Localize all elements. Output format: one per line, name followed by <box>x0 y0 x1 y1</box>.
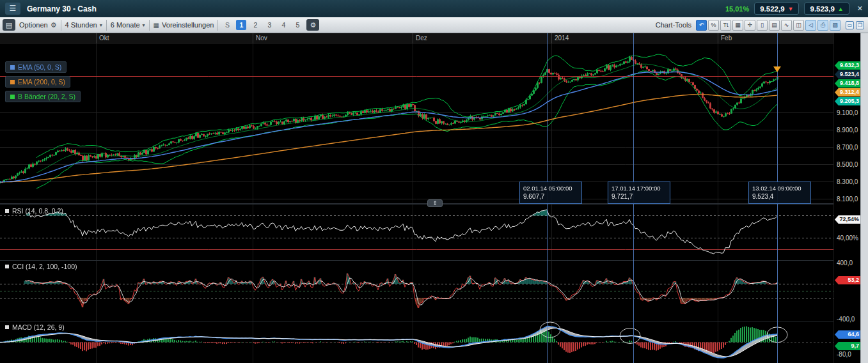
annotation-time: 13.02.14 09:00:00 <box>752 184 807 192</box>
month-label: Okt <box>99 35 109 42</box>
compare-icon[interactable]: ◫ <box>793 20 804 31</box>
close-icon[interactable]: ✕ <box>857 4 863 13</box>
panel-divider[interactable] <box>0 260 860 261</box>
presets-label: Voreinstellungen <box>162 21 214 29</box>
sell-price-button[interactable]: 9.522,9 ▼ <box>754 3 799 15</box>
price-badge-middle-band: 9.418,8 <box>835 79 861 88</box>
price-badge-current: 9.523,4 <box>835 70 861 79</box>
chart-tab-2[interactable]: 2 <box>250 20 260 30</box>
drawing-tools-icon[interactable]: ▨ <box>830 20 840 31</box>
cci-value-badge: 53,2 <box>835 276 861 284</box>
chart-tab-1[interactable]: 1 <box>236 20 246 30</box>
menu-icon[interactable]: ☰ <box>5 3 20 15</box>
timeframe-dropdown[interactable]: 4 Stunden ▾ <box>65 21 102 29</box>
price-badge-ema200: 9.312,4 <box>835 88 861 97</box>
axis-label: 9.100,0 <box>837 109 858 116</box>
range-dropdown[interactable]: 6 Monate ▾ <box>111 21 145 29</box>
legend-ema200[interactable]: EMA (200, 0, S) <box>5 76 70 88</box>
rsi-grid-label: 40,00% <box>837 235 858 242</box>
price-chart[interactable] <box>0 43 833 203</box>
panel-window-controls: ▭ ❐ <box>846 21 864 29</box>
panel-resize-handle[interactable]: ⇕ <box>427 199 443 207</box>
rsi-panel[interactable] <box>0 205 833 260</box>
current-price-marker-icon <box>773 66 781 72</box>
chart-tab-3[interactable]: 3 <box>264 20 274 30</box>
ema50-bullet-icon <box>10 65 15 70</box>
tab-settings-gear-icon[interactable]: ⚙ <box>306 19 319 31</box>
print-icon[interactable]: ⎙ <box>817 20 828 31</box>
options-label: Optionen <box>19 21 48 29</box>
cci-label: CCI (14, 2, 100, -100) <box>12 263 77 270</box>
month-tick <box>253 33 253 43</box>
chart-tab-s[interactable]: S <box>222 20 232 30</box>
calendar-icon: ▦ <box>154 22 159 29</box>
chart-tools-group: Chart-Tools ↶ % Tt ▦ ✛ ▯ ▤ ∿ ◫ ◁ ⎙ ▨ ▭ ❐ <box>656 20 865 31</box>
buy-price-button[interactable]: 9.523,9 ▲ <box>804 3 849 15</box>
percent-scale-icon[interactable]: % <box>708 20 719 31</box>
crosshair-icon[interactable]: ✛ <box>745 20 755 31</box>
macd-panel[interactable] <box>0 321 833 363</box>
chart-style-icon[interactable]: ▤ <box>769 20 780 31</box>
undo-icon[interactable]: ↶ <box>696 20 707 31</box>
text-size-icon[interactable]: Tt <box>720 20 731 31</box>
candlestick-style-icon[interactable]: ▯ <box>757 20 768 31</box>
chart-list-icon[interactable]: ▤ <box>3 19 15 31</box>
axis-label: 8.500,0 <box>837 161 858 168</box>
price-badge-upper-band: 9.632,3 <box>835 61 861 70</box>
axis-label: 8.700,0 <box>837 144 858 151</box>
annotation-price: 9.607,7 <box>523 192 578 201</box>
axis-label: 8.900,0 <box>837 127 858 134</box>
month-tick <box>96 33 97 43</box>
month-tick <box>551 33 552 43</box>
indicators-icon[interactable]: ∿ <box>781 20 792 31</box>
chevron-down-icon: ▾ <box>143 22 145 28</box>
grid-toggle-icon[interactable]: ▦ <box>732 20 743 31</box>
chart-tab-4[interactable]: 4 <box>278 20 288 30</box>
annotation-price: 9.721,7 <box>612 192 667 201</box>
bollinger-label: B Bänder (20, 2, S) <box>18 93 75 100</box>
chart-annotation-3[interactable]: 13.02.14 09:00:00 9.523,4 <box>748 182 811 204</box>
time-axis[interactable]: Okt Nov Dez 2014 Feb <box>0 33 833 43</box>
cci-panel[interactable] <box>0 261 833 321</box>
sell-arrow-down-icon: ▼ <box>788 6 794 12</box>
month-label: Dez <box>416 35 427 42</box>
legend-ema50[interactable]: EMA (50, 0, S) <box>5 61 67 73</box>
chart-annotation-2[interactable]: 17.01.14 17:00:00 9.721,7 <box>608 182 670 204</box>
collapse-panel-icon[interactable]: ▭ <box>846 21 854 29</box>
macd-signal-badge: 9,7 <box>835 342 861 350</box>
chart-window: ☰ Germany 30 - Cash 15,01% 9.522,9 ▼ 9.5… <box>0 0 868 363</box>
presets-button[interactable]: ▦ Voreinstellungen <box>154 21 214 29</box>
range-label: 6 Monate <box>111 21 140 29</box>
cci-bullet-icon <box>5 265 9 268</box>
month-label: Nov <box>256 35 267 42</box>
price-badge-lower-band: 9.205,3 <box>835 97 861 105</box>
pointer-mode-icon[interactable]: ◁ <box>805 20 816 31</box>
axis-label: 8.100,0 <box>837 196 858 203</box>
rsi-label: RSI (14, 0.8, 0.2) <box>12 207 63 215</box>
toolbar-separator <box>217 20 218 31</box>
month-label: 2014 <box>555 35 569 42</box>
ema200-label: EMA (200, 0, S) <box>18 78 65 86</box>
options-button[interactable]: Optionen ⚙ <box>19 21 57 29</box>
toolbar-separator <box>106 20 107 31</box>
toolbar-separator <box>61 20 61 31</box>
axis-label: 8.300,0 <box>837 178 858 185</box>
side-scroll-strip[interactable] <box>860 33 868 363</box>
bollinger-bullet-icon <box>10 95 15 99</box>
rsi-label-row[interactable]: RSI (14, 0.8, 0.2) <box>5 207 63 215</box>
macd-value-badge: 64,6 <box>835 330 861 339</box>
cci-axis-top-label: 400,0 <box>837 259 853 266</box>
expand-panel-icon[interactable]: ❐ <box>856 21 864 29</box>
chart-tab-5[interactable]: 5 <box>292 20 303 30</box>
rsi-value-badge: 72,54% <box>835 215 861 224</box>
chart-annotation-1[interactable]: 02.01.14 05:00:00 9.607,7 <box>519 182 582 204</box>
legend-bollinger[interactable]: B Bänder (20, 2, S) <box>5 91 81 102</box>
buy-price-value: 9.523,9 <box>810 5 834 13</box>
panel-divider[interactable] <box>0 321 860 321</box>
buy-arrow-up-icon: ▲ <box>838 6 844 12</box>
macd-label-row[interactable]: MACD (12, 26, 9) <box>5 323 65 331</box>
chart-tools-label: Chart-Tools <box>656 21 691 29</box>
cci-label-row[interactable]: CCI (14, 2, 100, -100) <box>5 263 77 270</box>
price-axis[interactable]: 9.100,0 8.900,0 8.700,0 8.500,0 8.300,0 … <box>833 33 860 363</box>
cci-axis-bottom-label: -400,0 <box>837 316 855 323</box>
